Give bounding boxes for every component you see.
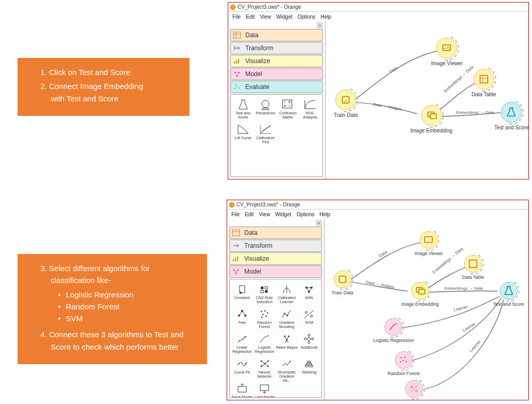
node-data-table[interactable]: Data Table [471,69,496,97]
model-tool-icon [301,282,317,296]
svg-rect-30 [237,257,238,261]
sidebar-collapse-icon[interactable]: « [316,220,322,226]
menu-edit[interactable]: Edit [246,14,255,20]
visualize-icon [231,254,241,263]
svg-point-9 [234,88,235,89]
title-bar[interactable]: CV_Project3.ows* - Orange [227,200,528,210]
node-random-forest[interactable]: Random Forest [388,351,420,376]
menu-bar: File Edit View Widget Options Help [228,12,528,21]
tool-curve-fit[interactable]: Curve Fit [231,356,253,380]
node-train-data[interactable]: Train Data [332,271,353,295]
svg-point-49 [267,312,269,314]
menu-view[interactable]: View [260,14,271,20]
menu-file[interactable]: File [232,14,241,20]
svg-point-10 [237,86,238,87]
svg-rect-28 [233,259,234,261]
title-bar[interactable]: CV_Project3.ows* - Orange [228,3,528,12]
drawer-transform[interactable]: Transform [230,42,323,54]
drawer-visualize[interactable]: Visualize [230,55,323,67]
svg-text:✗: ✗ [284,104,286,108]
node-image-viewer[interactable]: Image Viewer [431,38,463,66]
svg-rect-29 [235,258,236,261]
menu-widget[interactable]: Widget [276,14,292,20]
tool-stochastic-gradient-de-[interactable]: Stochastic Gradient De... [276,356,298,380]
svg-point-53 [284,313,286,315]
model-tool-icon [257,382,272,395]
workflow-canvas-2[interactable]: Data Data → Images Embeddings → Data Emb… [324,219,528,400]
window-title: CV_Project3.ows* - Orange [238,4,301,10]
node-image-embedding[interactable]: Image Embedding [401,282,439,307]
tool-predictions[interactable]: Predictions [254,97,276,121]
svg-point-50 [262,314,264,316]
tool-knn[interactable]: kNN [298,281,320,305]
menu-help[interactable]: Help [320,14,331,20]
node-test-and-score[interactable]: Test and Score [494,102,529,130]
tool-cn2-rule-induction[interactable]: CN2 Rule Induction [253,281,275,305]
svg-rect-80 [238,386,246,392]
node-data-table[interactable]: Data Table [462,255,484,280]
tool-constant[interactable]: Constant [231,281,253,305]
svg-point-56 [311,315,313,317]
svg-point-54 [287,315,288,317]
tool-random-forest[interactable]: Random Forest [253,306,275,330]
workflow-canvas-1[interactable]: Data Data → Images Embeddings → Data Emb… [326,21,528,179]
menu-file[interactable]: File [231,212,240,217]
menu-widget[interactable]: Widget [275,212,291,217]
node-image-viewer[interactable]: Image Viewer [415,231,443,256]
drawer-data[interactable]: Data [230,29,323,41]
lift-icon [235,123,251,136]
tool-confusion-matrix[interactable]: ✓✗✗✓Confusion Matrix [277,97,299,121]
drawer-transform[interactable]: Transform [229,240,322,252]
svg-rect-77 [305,365,313,367]
tool-neural-network[interactable]: Neural Network [253,356,275,380]
menu-options[interactable]: Options [298,14,315,20]
step-3: Select different algorithms for classifi… [33,262,196,324]
model-tool-icon [234,307,250,321]
tool-svm[interactable]: SVM [298,306,320,330]
tool-lift-curve[interactable]: Lift Curve [232,122,254,145]
svg-text:✓: ✓ [284,100,286,103]
drawer-data[interactable]: Data [229,227,322,239]
menu-help[interactable]: Help [319,212,330,217]
menu-options[interactable]: Options [297,212,314,217]
tool-roc-analysis[interactable]: ROC Analysis [299,97,321,121]
node-train-data[interactable]: Train Data [334,89,358,118]
model-tool-icon [279,332,294,346]
drawer-model[interactable]: Model [230,68,323,80]
tool-calibrated-learner[interactable]: Calibrated Learner [276,281,298,305]
menu-view[interactable]: View [259,212,270,217]
tool-load-model[interactable]: Load Model [253,381,275,398]
svg-rect-4 [236,60,237,64]
node-image-embedding[interactable]: Image Embedding [410,105,452,133]
tool-adaboost[interactable]: AdaBoost [298,331,320,355]
node-svm[interactable]: SVM [405,380,423,400]
sidebar-collapse-icon[interactable]: « [317,22,323,28]
model-tool-icon [257,357,272,370]
edge-label-embed-data2: Embeddings → Data [445,286,483,291]
tool-test-and-score[interactable]: Test and Score [232,97,254,121]
svg-rect-78 [306,363,312,365]
tool-calibration-plot[interactable]: Calibration Plot [254,122,276,145]
drawer-visualize[interactable]: Visualize [229,252,322,265]
drawer-model[interactable]: Model [229,265,322,278]
svg-point-58 [239,340,240,341]
svg-rect-79 [307,361,311,363]
tool-naive-bayes[interactable]: Naive Bayes [276,331,298,355]
tool-gradient-boosting[interactable]: Gradient Boosting [276,306,298,330]
tool-linear-regression[interactable]: Linear Regression [231,331,253,355]
tool-save-model[interactable]: Save Model [231,381,253,398]
node-test-and-score[interactable]: Test and Score [493,282,524,307]
svg-point-47 [261,311,262,312]
node-logistic-regression[interactable]: Logistic Regression [373,318,414,343]
app-icon [229,202,234,207]
instruction-callout-2: Select different algorithms for classifi… [18,254,207,364]
orange-window-2: CV_Project3.ows* - Orange File Edit View… [227,200,529,400]
tool-logistic-regression[interactable]: Logistic Regression [253,331,275,355]
svg-point-60 [244,336,245,337]
menu-edit[interactable]: Edit [245,212,254,217]
drawer-evaluate[interactable]: Evaluate [230,81,323,93]
svg-rect-39 [265,290,268,293]
widget-sidebar: « Data Transform Visualize Model Constan… [227,219,324,400]
tool-stacking[interactable]: Stacking [298,356,320,380]
tool-tree[interactable]: Tree [231,306,253,330]
